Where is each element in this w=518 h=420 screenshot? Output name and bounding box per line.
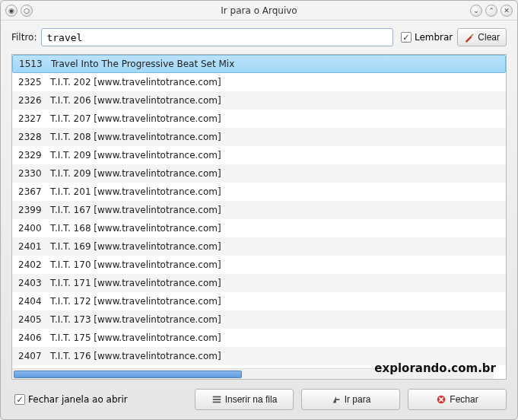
row-title: Travel Into The Progressive Beat Set Mix [51,59,499,69]
dialog-footer: ✓ Fechar janela ao abrir Inserir na fila… [11,384,507,410]
list-row[interactable]: 2403T.I.T. 171 [www.travelintotrance.com… [12,274,506,292]
row-title: T.I.T. 173 [www.travelintotrance.com] [50,314,500,325]
list-row[interactable]: 1513Travel Into The Progressive Beat Set… [12,55,506,73]
row-title: T.I.T. 171 [www.travelintotrance.com] [50,278,500,288]
row-id: 2403 [18,278,50,288]
row-title: T.I.T. 169 [www.travelintotrance.com] [50,241,500,252]
row-title: T.I.T. 175 [www.travelintotrance.com] [50,332,500,343]
svg-rect-2 [212,402,221,403]
queue-icon [211,394,222,405]
row-title: T.I.T. 208 [www.travelintotrance.com] [50,132,500,142]
checkmark-icon: ✓ [401,32,412,43]
row-id: 2326 [18,95,50,106]
horizontal-scrollbar[interactable] [12,368,494,379]
close-icon [436,394,446,405]
clear-button-label: Clear [478,32,500,43]
row-id: 2402 [18,259,50,270]
row-title: T.I.T. 201 [www.travelintotrance.com] [50,186,500,197]
close-window-icon[interactable]: ✕ [501,5,513,17]
close-button[interactable]: Fechar [408,389,507,410]
row-id: 2406 [18,332,50,343]
filter-input[interactable] [41,28,392,46]
list-row[interactable]: 2367T.I.T. 201 [www.travelintotrance.com… [12,183,506,201]
sticky-icon[interactable]: ○ [21,5,33,17]
row-id: 2404 [18,296,50,307]
results-list: 1513Travel Into The Progressive Beat Set… [11,54,507,380]
broom-icon [464,32,475,43]
close-button-label: Fechar [450,394,478,405]
list-row[interactable]: 2401T.I.T. 169 [www.travelintotrance.com… [12,237,506,256]
list-row[interactable]: 2407T.I.T. 176 [www.travelintotrance.com… [12,347,506,365]
close-on-open-checkbox[interactable]: ✓ Fechar janela ao abrir [14,394,128,405]
svg-rect-1 [212,399,221,400]
clear-button[interactable]: Clear [457,28,507,46]
row-id: 2325 [18,77,50,88]
row-title: T.I.T. 170 [www.travelintotrance.com] [50,259,500,270]
row-id: 2400 [18,223,50,234]
list-row[interactable]: 2405T.I.T. 173 [www.travelintotrance.com… [12,310,506,329]
filter-row: Filtro: ✓ Lembrar Clear [11,28,507,46]
row-title: T.I.T. 167 [www.travelintotrance.com] [50,205,500,215]
list-row[interactable]: 2326T.I.T. 206 [www.travelintotrance.com… [12,91,506,110]
maximize-icon[interactable]: ⌃ [485,5,497,17]
minimize-icon[interactable]: ⌄ [470,5,482,17]
jump-icon [331,394,342,405]
row-id: 2399 [18,205,50,215]
go-button[interactable]: Ir para [301,389,400,410]
queue-button[interactable]: Inserir na fila [195,389,294,410]
row-id: 2367 [18,186,50,197]
row-title: T.I.T. 172 [www.travelintotrance.com] [50,296,500,307]
svg-rect-0 [212,396,221,398]
row-id: 2328 [18,132,50,142]
list-row[interactable]: 2400T.I.T. 168 [www.travelintotrance.com… [12,219,506,237]
queue-button-label: Inserir na fila [225,394,278,405]
row-title: T.I.T. 209 [www.travelintotrance.com] [50,168,500,179]
go-button-label: Ir para [345,394,371,405]
list-row[interactable]: 2328T.I.T. 208 [www.travelintotrance.com… [12,128,506,146]
checkmark-icon: ✓ [14,394,25,405]
row-id: 1513 [19,59,51,69]
row-title: T.I.T. 176 [www.travelintotrance.com] [50,351,500,361]
row-id: 2405 [18,314,50,325]
list-row[interactable]: 2406T.I.T. 175 [www.travelintotrance.com… [12,329,506,347]
app-menu-icon[interactable]: ◉ [5,5,17,17]
row-title: T.I.T. 206 [www.travelintotrance.com] [50,95,500,106]
dialog-window: ◉ ○ Ir para o Arquivo ⌄ ⌃ ✕ Filtro: ✓ Le… [0,0,518,420]
row-id: 2407 [18,351,50,361]
titlebar: ◉ ○ Ir para o Arquivo ⌄ ⌃ ✕ [1,1,517,21]
results-scroll[interactable]: 1513Travel Into The Progressive Beat Set… [12,55,506,368]
row-id: 2401 [18,241,50,252]
list-row[interactable]: 2329T.I.T. 209 [www.travelintotrance.com… [12,146,506,164]
window-title: Ir para o Arquivo [1,5,517,16]
filter-label: Filtro: [11,32,37,43]
row-id: 2330 [18,168,50,179]
list-row[interactable]: 2325T.I.T. 202 [www.travelintotrance.com… [12,73,506,91]
list-row[interactable]: 2404T.I.T. 172 [www.travelintotrance.com… [12,292,506,310]
close-on-open-label: Fechar janela ao abrir [28,394,128,405]
list-row[interactable]: 2402T.I.T. 170 [www.travelintotrance.com… [12,256,506,274]
row-id: 2327 [18,113,50,124]
remember-checkbox[interactable]: ✓ Lembrar [401,32,453,43]
remember-label: Lembrar [415,32,453,43]
row-title: T.I.T. 202 [www.travelintotrance.com] [50,77,500,88]
row-title: T.I.T. 168 [www.travelintotrance.com] [50,223,500,234]
row-id: 2329 [18,150,50,161]
row-title: T.I.T. 207 [www.travelintotrance.com] [50,113,500,124]
list-row[interactable]: 2330T.I.T. 209 [www.travelintotrance.com… [12,164,506,183]
row-title: T.I.T. 209 [www.travelintotrance.com] [50,150,500,161]
dialog-content: Filtro: ✓ Lembrar Clear 1513Travel Into … [1,21,517,419]
list-row[interactable]: 2399T.I.T. 167 [www.travelintotrance.com… [12,201,506,219]
list-row[interactable]: 2327T.I.T. 207 [www.travelintotrance.com… [12,110,506,128]
horizontal-scroll-thumb[interactable] [14,371,242,378]
